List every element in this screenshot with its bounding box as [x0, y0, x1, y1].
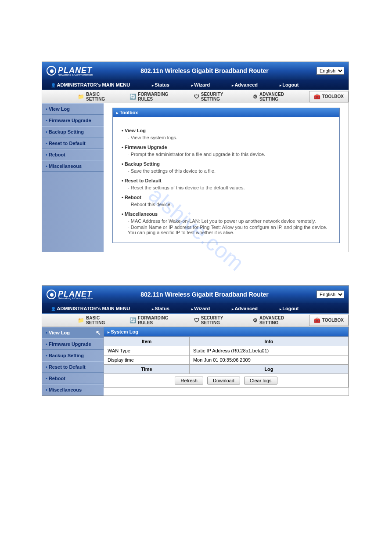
- sidebar-item-reset[interactable]: Reset to Default: [42, 138, 104, 149]
- tab-toolbox[interactable]: 🧰TOOLBOX: [309, 91, 349, 102]
- arrows-icon: 🔄: [129, 94, 136, 100]
- menu-status[interactable]: Status: [152, 306, 169, 311]
- sidebar-item-backup[interactable]: Backup Setting: [42, 126, 104, 138]
- download-button[interactable]: Download: [207, 377, 240, 385]
- tab-label: TOOLBOX: [322, 318, 344, 323]
- shield-icon: 🛡: [194, 94, 199, 100]
- sidebar-item-backup[interactable]: Backup Setting: [42, 350, 104, 361]
- logo-subtitle: Networking & Communication: [58, 297, 93, 300]
- tab-toolbox[interactable]: 🧰TOOLBOX: [309, 315, 349, 326]
- content-area: System Log Item Info WAN Type Static IP …: [104, 327, 349, 395]
- sidebar: View Log Firmware Upgrade Backup Setting…: [42, 103, 104, 252]
- sidebar-item-firmware[interactable]: Firmware Upgrade: [42, 338, 104, 350]
- tab-bar: 📁BASIC SETTING 🔄FORWARDING RULES 🛡SECURI…: [42, 90, 349, 103]
- sidebar-item-view-log[interactable]: View Log ↖: [42, 327, 104, 338]
- logo-icon: [47, 66, 56, 76]
- item-reset: Reset to Default: [122, 178, 331, 183]
- header-bar: PLANET Networking & Communication 802.11…: [42, 62, 349, 80]
- tab-basic-setting[interactable]: 📁BASIC SETTING: [73, 89, 124, 104]
- sidebar: View Log ↖ Firmware Upgrade Backup Setti…: [42, 327, 104, 395]
- logo: PLANET Networking & Communication: [47, 66, 93, 76]
- sidebar-item-label: View Log: [49, 330, 70, 335]
- page-title: 802.11n Wireless Gigabit Broadband Route…: [93, 291, 316, 298]
- menu-admin[interactable]: ADMINISTRATOR's MAIN MENU: [51, 306, 130, 311]
- item-firmware: Firmware Upgrade: [122, 145, 331, 150]
- th-time: Time: [104, 365, 190, 374]
- panel-body: View Log View the system logs. Firmware …: [113, 117, 339, 243]
- logo-subtitle: Networking & Communication: [58, 73, 93, 76]
- item-desc: Save the settings of this device to a fi…: [122, 168, 331, 174]
- gear-icon: ⚙: [253, 94, 258, 100]
- system-log-table: Item Info WAN Type Static IP Address (R0…: [104, 337, 349, 374]
- tab-bar: 📁BASIC SETTING 🔄FORWARDING RULES 🛡SECURI…: [42, 314, 349, 327]
- menu-advanced[interactable]: Advanced: [232, 306, 258, 311]
- arrows-icon: 🔄: [129, 317, 136, 323]
- tab-label: ADVANCED SETTING: [259, 316, 303, 325]
- folder-icon: 📁: [78, 94, 84, 100]
- button-row: Refresh Download Clear logs: [104, 374, 349, 388]
- tab-forwarding-rules[interactable]: 🔄FORWARDING RULES: [125, 89, 188, 104]
- tab-label: BASIC SETTING: [86, 92, 119, 102]
- sidebar-item-firmware[interactable]: Firmware Upgrade: [42, 115, 104, 126]
- tab-advanced-setting[interactable]: ⚙ADVANCED SETTING: [248, 313, 308, 328]
- sidebar-item-misc[interactable]: Miscellaneous: [42, 384, 104, 395]
- shield-icon: 🛡: [194, 317, 199, 323]
- cell-item: Display time: [104, 355, 190, 365]
- page-title: 802.11n Wireless Gigabit Broadband Route…: [93, 67, 316, 74]
- item-desc: Reset the settings of this device to the…: [122, 185, 331, 190]
- toolbox-icon: 🧰: [314, 317, 320, 323]
- menu-status[interactable]: Status: [152, 82, 169, 87]
- tab-label: TOOLBOX: [322, 94, 344, 99]
- gear-icon: ⚙: [253, 317, 258, 323]
- sidebar-item-misc[interactable]: Miscellaneous: [42, 160, 104, 172]
- th-log: Log: [189, 365, 348, 374]
- sidebar-item-reset[interactable]: Reset to Default: [42, 361, 104, 373]
- sidebar-item-reboot[interactable]: Reboot: [42, 373, 104, 384]
- router-panel-toolbox: PLANET Networking & Communication 802.11…: [42, 62, 349, 252]
- tab-label: SECURITY SETTING: [201, 316, 242, 325]
- menu-logout[interactable]: Logout: [280, 306, 299, 311]
- tab-label: FORWARDING RULES: [138, 316, 183, 325]
- item-misc: Miscellaneous: [122, 211, 331, 217]
- tab-label: BASIC SETTING: [86, 316, 119, 325]
- panel-heading: Toolbox: [113, 108, 339, 117]
- refresh-button[interactable]: Refresh: [175, 377, 203, 385]
- toolbox-panel: Toolbox View Log View the system logs. F…: [112, 108, 340, 243]
- table-row: WAN Type Static IP Address (R0.28a1.beta…: [104, 346, 349, 355]
- clear-logs-button[interactable]: Clear logs: [244, 377, 277, 385]
- tab-basic-setting[interactable]: 📁BASIC SETTING: [73, 313, 124, 328]
- tab-label: SECURITY SETTING: [201, 92, 242, 102]
- tab-security-setting[interactable]: 🛡SECURITY SETTING: [189, 313, 247, 328]
- logo-icon: [47, 290, 56, 299]
- language-select[interactable]: English: [316, 290, 344, 298]
- table-row: Display time Mon Jun 01 00:35:06 2009: [104, 355, 349, 365]
- menu-advanced[interactable]: Advanced: [232, 82, 258, 87]
- tab-label: FORWARDING RULES: [138, 92, 183, 102]
- menu-wizard[interactable]: Wizard: [191, 306, 210, 311]
- main-menu: ADMINISTRATOR's MAIN MENU Status Wizard …: [42, 303, 349, 314]
- language-select[interactable]: English: [316, 67, 344, 75]
- tab-label: ADVANCED SETTING: [259, 92, 303, 102]
- sidebar-item-reboot[interactable]: Reboot: [42, 149, 104, 160]
- main-menu: ADMINISTRATOR's MAIN MENU Status Wizard …: [42, 80, 349, 90]
- tab-forwarding-rules[interactable]: 🔄FORWARDING RULES: [125, 313, 188, 328]
- item-desc: View the system logs.: [122, 135, 331, 140]
- cursor-icon: ↖: [96, 329, 101, 336]
- item-desc: Reboot this device.: [122, 202, 331, 207]
- panel-heading: System Log: [104, 327, 349, 337]
- tab-advanced-setting[interactable]: ⚙ADVANCED SETTING: [248, 89, 308, 104]
- th-info: Info: [189, 337, 348, 346]
- menu-admin[interactable]: ADMINISTRATOR's MAIN MENU: [51, 82, 130, 87]
- folder-icon: 📁: [78, 317, 84, 323]
- body-area: View Log Firmware Upgrade Backup Setting…: [42, 103, 349, 252]
- router-panel-syslog: PLANET Networking & Communication 802.11…: [42, 285, 349, 396]
- sidebar-item-view-log[interactable]: View Log: [42, 103, 104, 115]
- item-desc: Prompt the administrator for a file and …: [122, 152, 331, 157]
- logo: PLANET Networking & Communication: [47, 290, 93, 300]
- tab-security-setting[interactable]: 🛡SECURITY SETTING: [189, 89, 247, 104]
- item-reboot: Reboot: [122, 195, 331, 200]
- header-bar: PLANET Networking & Communication 802.11…: [42, 286, 349, 303]
- menu-logout[interactable]: Logout: [280, 82, 299, 87]
- content-area: Toolbox View Log View the system logs. F…: [104, 103, 349, 252]
- menu-wizard[interactable]: Wizard: [191, 82, 210, 87]
